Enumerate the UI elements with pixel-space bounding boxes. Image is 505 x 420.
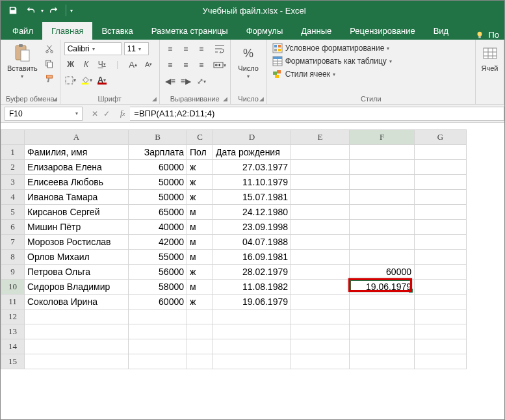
cell-F2[interactable] xyxy=(350,160,415,175)
cell-G3[interactable] xyxy=(415,175,467,190)
cell-G1[interactable] xyxy=(415,145,467,160)
conditional-formatting-button[interactable]: Условное форматирование▾ xyxy=(271,42,393,54)
cell-A3[interactable]: Елисеева Любовь xyxy=(25,175,129,190)
cell-C12[interactable] xyxy=(187,309,213,324)
cell-C9[interactable]: ж xyxy=(187,265,213,280)
cell-D10[interactable]: 11.08.1982 xyxy=(213,280,291,295)
borders-icon[interactable]: ▾ xyxy=(64,73,77,86)
cell-C11[interactable]: ж xyxy=(187,295,213,309)
undo-icon[interactable] xyxy=(23,3,40,18)
tab-file[interactable]: Файл xyxy=(3,22,42,40)
tab-home[interactable]: Главная xyxy=(42,22,92,40)
row-header-11[interactable]: 11 xyxy=(1,295,25,309)
underline-button[interactable]: Ч▾ xyxy=(96,58,109,71)
number-format-button[interactable]: % Число ▾ xyxy=(235,42,261,81)
cell-E8[interactable] xyxy=(291,250,350,265)
cell-A12[interactable] xyxy=(25,309,129,324)
shrink-font-icon[interactable]: A▾ xyxy=(142,58,155,71)
row-header-2[interactable]: 2 xyxy=(1,160,25,175)
cell-D15[interactable] xyxy=(213,354,291,369)
cell-G13[interactable] xyxy=(415,324,467,339)
cell-E11[interactable] xyxy=(291,295,350,309)
cell-D1[interactable]: Дата рождения xyxy=(213,145,291,160)
cell-B4[interactable]: 50000 xyxy=(129,190,187,205)
cell-A15[interactable] xyxy=(25,354,129,369)
font-name-combo[interactable]: Calibri▾ xyxy=(64,42,122,55)
cell-G11[interactable] xyxy=(415,295,467,309)
cell-C7[interactable]: м xyxy=(187,235,213,250)
cell-G2[interactable] xyxy=(415,160,467,175)
cell-E10[interactable] xyxy=(291,280,350,295)
cell-D6[interactable]: 23.09.1998 xyxy=(213,220,291,235)
cell-F5[interactable] xyxy=(350,205,415,220)
align-middle-icon[interactable]: ≡ xyxy=(179,42,192,55)
col-header-E[interactable]: E xyxy=(291,130,350,145)
cell-D8[interactable]: 16.09.1981 xyxy=(213,250,291,265)
cell-D4[interactable]: 15.07.1981 xyxy=(213,190,291,205)
cell-B2[interactable]: 60000 xyxy=(129,160,187,175)
cell-B14[interactable] xyxy=(129,339,187,354)
cell-D7[interactable]: 04.07.1988 xyxy=(213,235,291,250)
dialog-launcher-icon[interactable]: ◢ xyxy=(53,96,57,102)
cell-styles-button[interactable]: Стили ячеек▾ xyxy=(271,68,393,80)
fill-color-icon[interactable]: ▾ xyxy=(80,73,93,86)
cell-B3[interactable]: 50000 xyxy=(129,175,187,190)
cell-D11[interactable]: 19.06.1979 xyxy=(213,295,291,309)
cell-B13[interactable] xyxy=(129,324,187,339)
tab-review[interactable]: Рецензирование xyxy=(341,22,424,40)
cell-B12[interactable] xyxy=(129,309,187,324)
cell-E1[interactable] xyxy=(291,145,350,160)
orientation-icon[interactable]: ⤢▾ xyxy=(195,75,208,88)
paste-button[interactable]: Вставить ▾ xyxy=(5,42,40,81)
row-header-6[interactable]: 6 xyxy=(1,220,25,235)
cell-F14[interactable] xyxy=(350,339,415,354)
dialog-launcher-icon[interactable]: ◢ xyxy=(152,96,157,102)
cell-C15[interactable] xyxy=(187,354,213,369)
cell-F10[interactable]: 19.06.1979 xyxy=(350,280,415,295)
cell-C1[interactable]: Пол xyxy=(187,145,213,160)
row-header-9[interactable]: 9 xyxy=(1,265,25,280)
col-header-B[interactable]: B xyxy=(129,130,187,145)
cell-A9[interactable]: Петрова Ольга xyxy=(25,265,129,280)
cell-E5[interactable] xyxy=(291,205,350,220)
cell-B1[interactable]: Зарплата xyxy=(129,145,187,160)
cell-G5[interactable] xyxy=(415,205,467,220)
lightbulb-icon[interactable] xyxy=(475,31,484,40)
cell-F3[interactable] xyxy=(350,175,415,190)
italic-button[interactable]: К xyxy=(80,58,93,71)
font-color-icon[interactable]: А▾ xyxy=(96,73,109,86)
cell-A11[interactable]: Соколова Ирина xyxy=(25,295,129,309)
cell-B8[interactable]: 55000 xyxy=(129,250,187,265)
increase-indent-icon[interactable]: ≡▶ xyxy=(179,75,192,88)
cell-C14[interactable] xyxy=(187,339,213,354)
cell-E6[interactable] xyxy=(291,220,350,235)
cell-B6[interactable]: 40000 xyxy=(129,220,187,235)
col-header-C[interactable]: C xyxy=(187,130,213,145)
cell-D2[interactable]: 27.03.1977 xyxy=(213,160,291,175)
cell-A13[interactable] xyxy=(25,324,129,339)
cell-E3[interactable] xyxy=(291,175,350,190)
row-header-8[interactable]: 8 xyxy=(1,250,25,265)
cell-B11[interactable]: 60000 xyxy=(129,295,187,309)
cell-C4[interactable]: ж xyxy=(187,190,213,205)
format-painter-icon[interactable] xyxy=(43,72,56,85)
save-icon[interactable] xyxy=(5,3,21,18)
cell-C13[interactable] xyxy=(187,324,213,339)
merge-icon[interactable]: ▾ xyxy=(213,59,226,72)
row-header-4[interactable]: 4 xyxy=(1,190,25,205)
dialog-launcher-icon[interactable]: ◢ xyxy=(259,96,264,102)
cell-C2[interactable]: ж xyxy=(187,160,213,175)
name-box[interactable]: F10▾ xyxy=(5,107,83,121)
cells-button[interactable]: Ячей xyxy=(478,42,502,73)
fx-icon[interactable]: fx xyxy=(115,109,130,118)
dialog-launcher-icon[interactable]: ◢ xyxy=(223,96,227,102)
tell-me[interactable]: По xyxy=(488,30,499,40)
cell-G6[interactable] xyxy=(415,220,467,235)
cell-B10[interactable]: 58000 xyxy=(129,280,187,295)
worksheet-grid[interactable]: ABCDEFG1Фамилия, имяЗарплатаПолДата рожд… xyxy=(1,129,504,369)
redo-icon[interactable] xyxy=(45,3,62,18)
cell-D5[interactable]: 24.12.1980 xyxy=(213,205,291,220)
tab-page-layout[interactable]: Разметка страницы xyxy=(142,22,237,40)
align-top-icon[interactable]: ≡ xyxy=(164,42,177,55)
row-header-14[interactable]: 14 xyxy=(1,339,25,354)
